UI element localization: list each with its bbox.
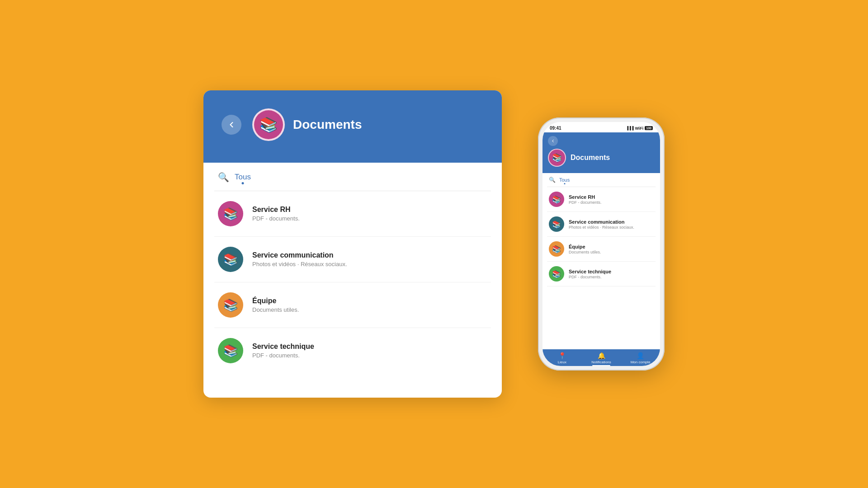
phone-list-item[interactable]: 📚 Service communication Photos et vidéos…	[547, 212, 656, 237]
item-title: Service communication	[252, 251, 347, 259]
web-body: 🔍 Tous 📚 Service RH PDF - documents. 📚 S…	[203, 163, 502, 384]
phone-item-text-equipe: Équipe Documents utiles.	[569, 244, 601, 254]
phone-item-icon-service-technique: 📚	[549, 266, 564, 282]
phone-body: 🔍 Tous 📚 Service RH PDF - documents.	[542, 173, 660, 349]
web-back-button[interactable]	[222, 115, 241, 135]
web-filter-text: Tous	[235, 173, 251, 181]
phone-header-title: Documents	[571, 154, 610, 162]
phone-item-title: Service communication	[569, 219, 634, 225]
phone-filter-label[interactable]: Tous	[559, 177, 570, 183]
phone-books-icon: 📚	[552, 153, 562, 163]
phone-item-text-service-communication: Service communication Photos et vidéos ·…	[569, 219, 634, 230]
list-item[interactable]: 📚 Équipe Documents utiles.	[214, 282, 491, 328]
phone-item-title: Service technique	[569, 269, 611, 274]
phone-shell: 09:41 ▐▐▐ WiFi 100	[538, 117, 665, 371]
phone-screen: 09:41 ▐▐▐ WiFi 100	[542, 122, 660, 366]
item-icon-service-technique: 📚	[218, 338, 243, 363]
item-text-service-technique: Service technique PDF - documents.	[252, 343, 314, 359]
phone-status-icons: ▐▐▐ WiFi 100	[626, 126, 653, 131]
phone-tab-notifications[interactable]: 🔔 Notifications	[582, 352, 621, 364]
phone-wrap: 09:41 ▐▐▐ WiFi 100	[538, 117, 665, 371]
phone-tab-lieux-label: Lieux	[558, 360, 566, 364]
account-icon: 👤	[637, 352, 644, 359]
phone-filter-row: 🔍 Tous	[547, 173, 656, 183]
phone-list-item[interactable]: 📚 Service technique PDF - documents.	[547, 262, 656, 286]
phone-item-text-service-technique: Service technique PDF - documents.	[569, 269, 611, 279]
phone-title-row: 📚 Documents	[548, 149, 655, 167]
item-subtitle: Documents utiles.	[252, 306, 299, 313]
web-card: 📚 Documents 🔍 Tous 📚 Service RH PDF - do…	[203, 90, 502, 398]
item-title: Service RH	[252, 206, 300, 214]
list-item[interactable]: 📚 Service RH PDF - documents.	[214, 191, 491, 237]
web-filter-row: 🔍 Tous	[214, 163, 491, 183]
notification-icon: 🔔	[598, 352, 605, 359]
item-icon-service-communication: 📚	[218, 247, 243, 272]
phone-battery-icon: 100	[645, 126, 653, 130]
item-text-equipe: Équipe Documents utiles.	[252, 297, 299, 313]
phone-header-icon: 📚	[548, 149, 566, 167]
phone-list-item[interactable]: 📚 Équipe Documents utiles.	[547, 237, 656, 262]
item-text-service-communication: Service communication Photos et vidéos ·…	[252, 251, 347, 267]
phone-tab-bar: 📍 Lieux 🔔 Notifications 👤 Mon compte	[542, 349, 660, 366]
phone-filter-dot	[564, 183, 565, 184]
phone-item-text-service-rh: Service RH PDF - documents.	[569, 194, 602, 205]
phone-item-title: Service RH	[569, 194, 602, 200]
list-item[interactable]: 📚 Service communication Photos et vidéos…	[214, 237, 491, 282]
web-filter-label[interactable]: Tous	[235, 173, 251, 182]
phone-item-icon-service-communication: 📚	[549, 216, 564, 232]
web-header-title: Documents	[293, 117, 484, 132]
web-header-icon: 📚	[252, 108, 285, 141]
phone-item-subtitle: PDF - documents.	[569, 275, 611, 279]
phone-wifi-icon: WiFi	[635, 126, 643, 131]
phone-item-title: Équipe	[569, 244, 601, 249]
phone-item-icon-equipe: 📚	[549, 241, 564, 257]
item-subtitle: PDF - documents.	[252, 215, 300, 222]
phone-tab-lieux[interactable]: 📍 Lieux	[542, 352, 582, 364]
phone-item-subtitle: PDF - documents.	[569, 200, 602, 205]
phone-status-bar: 09:41 ▐▐▐ WiFi 100	[542, 122, 660, 132]
phone-tab-mon-compte[interactable]: 👤 Mon compte	[621, 352, 660, 364]
item-text-service-rh: Service RH PDF - documents.	[252, 206, 300, 222]
item-subtitle: Photos et vidéos · Réseaux sociaux.	[252, 261, 347, 267]
list-item[interactable]: 📚 Service technique PDF - documents.	[214, 328, 491, 373]
item-subtitle: PDF - documents.	[252, 352, 314, 359]
web-search-icon[interactable]: 🔍	[218, 172, 229, 183]
phone-item-icon-service-rh: 📚	[549, 192, 564, 207]
phone-signal-icon: ▐▐▐	[626, 126, 633, 130]
phone-filter-text: Tous	[559, 177, 570, 183]
phone-header: 📚 Documents	[542, 132, 660, 173]
phone-search-icon[interactable]: 🔍	[549, 177, 556, 183]
phone-item-subtitle: Documents utiles.	[569, 250, 601, 254]
location-icon: 📍	[558, 352, 566, 359]
scene: 📚 Documents 🔍 Tous 📚 Service RH PDF - do…	[185, 72, 683, 416]
item-title: Service technique	[252, 343, 314, 351]
phone-list-item[interactable]: 📚 Service RH PDF - documents.	[547, 187, 656, 212]
phone-time: 09:41	[550, 126, 561, 131]
web-header: 📚 Documents	[203, 90, 502, 163]
books-icon: 📚	[259, 117, 278, 132]
phone-tab-notifications-label: Notifications	[591, 360, 611, 364]
item-title: Équipe	[252, 297, 299, 305]
filter-dot	[241, 182, 244, 184]
phone-back-button[interactable]	[548, 136, 558, 146]
phone-tab-mon-compte-label: Mon compte	[631, 360, 651, 364]
phone-item-subtitle: Photos et vidéos · Réseaux sociaux.	[569, 225, 634, 230]
phone-back-row	[548, 136, 655, 146]
item-icon-equipe: 📚	[218, 292, 243, 318]
item-icon-service-rh: 📚	[218, 201, 243, 226]
